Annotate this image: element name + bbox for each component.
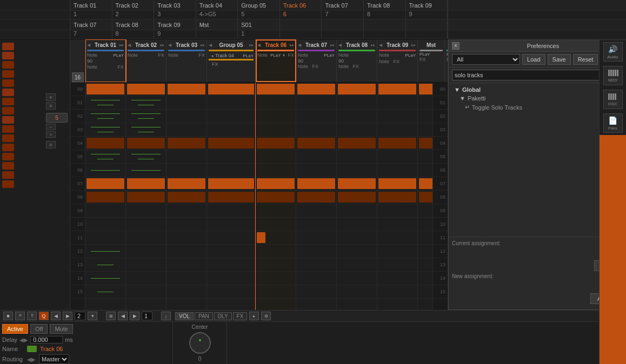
cell-mst-03[interactable] (418, 123, 432, 137)
cell-01-00[interactable] (85, 83, 125, 96)
cell-g05-01[interactable] (207, 96, 255, 110)
cell-01-04[interactable] (85, 137, 125, 150)
tab-dly[interactable]: DLY (214, 312, 232, 320)
prefs-close-button[interactable]: × (452, 42, 459, 50)
cell-09-00[interactable] (377, 83, 417, 96)
cell-mst-12[interactable] (418, 245, 432, 258)
cell-06-01[interactable] (256, 96, 296, 110)
cell-03-08[interactable] (167, 191, 207, 204)
cell-06-04[interactable] (256, 137, 296, 150)
cell-mst-11[interactable] (418, 231, 432, 245)
sidebar-plus[interactable]: + (46, 131, 56, 138)
cell-06-11[interactable] (256, 231, 296, 245)
th-track02[interactable]: ◀ Track 02 ▸▸ Note FX (126, 39, 167, 82)
cell-08-09[interactable] (337, 204, 377, 218)
cell-mst-08[interactable] (418, 191, 432, 204)
cell-09-15[interactable] (377, 285, 417, 299)
th-track09[interactable]: ◀ Track 09 ▸▸ Note PLaY Note FX (377, 39, 418, 82)
cell-07-10[interactable] (296, 218, 336, 231)
cell-g05-07[interactable] (207, 177, 255, 191)
cell-08-07[interactable] (337, 177, 377, 191)
delay-next[interactable]: ▶ (24, 337, 28, 343)
cell-09-03[interactable] (377, 123, 417, 137)
sidebar-minus[interactable]: − (46, 124, 56, 130)
cell-03-06[interactable] (167, 164, 207, 177)
seq-prev[interactable]: ◀ (118, 312, 128, 320)
cell-02-01[interactable] (126, 96, 166, 110)
nav-prev[interactable]: ◀ (51, 312, 61, 320)
cell-03-05[interactable] (167, 150, 207, 164)
cell-01-07[interactable] (85, 177, 125, 191)
cell-01-13[interactable] (85, 258, 125, 272)
cell-mst-13[interactable] (418, 258, 432, 272)
cell-07-09[interactable] (296, 204, 336, 218)
cell-03-15[interactable] (167, 285, 207, 299)
cell-02-06[interactable] (126, 164, 166, 177)
routing-select[interactable]: Master (39, 354, 69, 364)
cell-07-15[interactable] (296, 285, 336, 299)
cell-mst-15[interactable] (418, 285, 432, 299)
save-button[interactable]: Save (548, 54, 571, 65)
tab-pan[interactable]: PAN (195, 312, 213, 320)
cell-07-01[interactable] (296, 96, 336, 110)
cell-08-10[interactable] (337, 218, 377, 231)
cell-g05-03[interactable] (207, 123, 255, 137)
tab-fx[interactable]: FX (233, 312, 248, 320)
cell-06-07[interactable] (256, 177, 296, 191)
th-play-t04[interactable]: PLaY (243, 53, 254, 58)
settings-btn[interactable]: ⚙ (261, 312, 271, 320)
cell-g05-13[interactable] (207, 258, 255, 272)
delay-prev[interactable]: ◀ (19, 337, 24, 343)
sidebar-val[interactable]: 5 (46, 113, 68, 123)
cell-08-03[interactable] (337, 123, 377, 137)
cell-02-10[interactable] (126, 218, 166, 231)
cell-g05-08[interactable] (207, 191, 255, 204)
th-track03[interactable]: ◀ Track 03 ▸▸ Note FX (167, 39, 207, 82)
cell-09-07[interactable] (377, 177, 417, 191)
cell-09-01[interactable] (377, 96, 417, 110)
cell-08-05[interactable] (337, 150, 377, 164)
cell-mst-10[interactable] (418, 218, 432, 231)
cell-09-06[interactable] (377, 164, 417, 177)
th-track07[interactable]: ◀ Track 07 ▸▸ Note PLaY 90 Note FX (296, 39, 337, 82)
cell-06-08[interactable] (256, 191, 296, 204)
cell-g05-14[interactable] (207, 272, 255, 285)
reset-button[interactable]: Reset (573, 54, 598, 65)
cell-07-07[interactable] (296, 177, 336, 191)
routing-next[interactable]: ▶ (31, 356, 36, 362)
cell-08-00[interactable] (337, 83, 377, 96)
cell-01-01[interactable] (85, 96, 125, 110)
files-icon-btn[interactable]: 📄 Files (603, 113, 623, 133)
th-s01[interactable]: S01 PLaY FX (445, 39, 448, 82)
th-group05[interactable]: ◀ Group 05 ▸▸ ▸ Track 04 PLaY FX (207, 39, 256, 82)
cell-08-06[interactable] (337, 164, 377, 177)
th-play-09[interactable]: PLaY (405, 53, 416, 58)
cell-03-13[interactable] (167, 258, 207, 272)
cell-g05-05[interactable] (207, 150, 255, 164)
cell-02-13[interactable] (126, 258, 166, 272)
mute-button[interactable]: Mute (50, 324, 72, 334)
cell-mst-00[interactable] (418, 83, 432, 96)
cell-01-14[interactable] (85, 272, 125, 285)
sidebar-ctrl-1[interactable]: ≡ (46, 93, 56, 101)
cell-06-06[interactable] (256, 164, 296, 177)
nav-dropdown[interactable]: ▾ (88, 312, 97, 320)
cell-g05-12[interactable] (207, 245, 255, 258)
grid-btn[interactable]: ⠿ (27, 312, 37, 320)
cell-06-13[interactable] (256, 258, 296, 272)
cell-02-02[interactable] (126, 110, 166, 123)
cell-03-04[interactable] (167, 137, 207, 150)
cell-03-11[interactable] (167, 231, 207, 245)
cell-01-05[interactable] (85, 150, 125, 164)
cell-08-13[interactable] (337, 258, 377, 272)
cell-02-04[interactable] (126, 137, 166, 150)
cell-06-12[interactable] (256, 245, 296, 258)
cell-06-14[interactable] (256, 272, 296, 285)
cell-02-09[interactable] (126, 204, 166, 218)
cell-01-06[interactable] (85, 164, 125, 177)
active-button[interactable]: Active (2, 324, 28, 334)
cell-mst-14[interactable] (418, 272, 432, 285)
cell-mst-06[interactable] (418, 164, 432, 177)
cell-09-04[interactable] (377, 137, 417, 150)
midi-icon-btn[interactable]: MIDI (603, 66, 623, 85)
